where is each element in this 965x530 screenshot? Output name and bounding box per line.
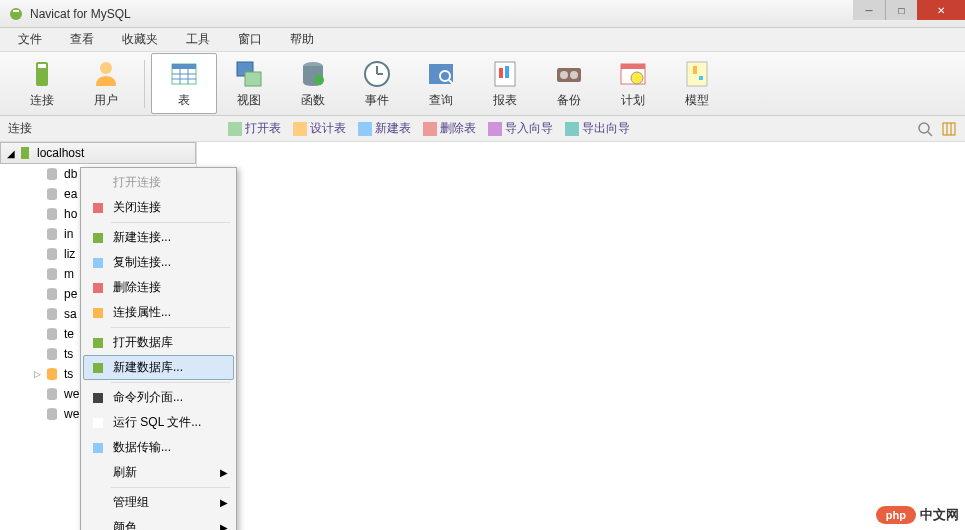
context-menu-item[interactable]: 打开数据库 [83,330,234,355]
props-icon [89,305,107,321]
main-toolbar: 连接 用户 表 视图 函数 事件 查询 报表 备份 计划 模型 [0,52,965,116]
new-conn-icon [89,230,107,246]
del-conn-icon [89,280,107,296]
tool-schedule[interactable]: 计划 [601,54,665,113]
blank-icon [89,495,107,511]
svg-point-29 [631,72,643,84]
action-new-table[interactable]: 新建表 [358,120,411,137]
window-title: Navicat for MySQL [30,7,957,21]
close-button[interactable]: ✕ [917,0,965,20]
svg-point-4 [100,62,112,74]
svg-line-40 [928,132,932,136]
context-menu-item[interactable]: 数据传输... [83,435,234,460]
tool-backup[interactable]: 备份 [537,54,601,113]
tool-connection[interactable]: 连接 [10,54,74,113]
menu-separator [111,382,230,383]
context-menu-item[interactable]: 复制连接... [83,250,234,275]
database-icon [44,326,60,342]
close-conn-icon [89,200,107,216]
svg-rect-64 [93,363,103,373]
user-icon [90,58,122,90]
tool-report[interactable]: 报表 [473,54,537,113]
svg-rect-32 [699,76,703,80]
tool-user[interactable]: 用户 [74,54,138,113]
context-menu-item[interactable]: 运行 SQL 文件... [83,410,234,435]
search-icon[interactable] [917,121,933,137]
context-menu-item[interactable]: 颜色▶ [83,515,234,530]
transfer-icon [89,440,107,456]
database-icon [44,166,60,182]
svg-rect-33 [228,122,242,136]
svg-rect-61 [93,283,103,293]
action-delete-table[interactable]: 删除表 [423,120,476,137]
open-db-icon [89,335,107,351]
blank-icon [89,465,107,481]
svg-point-14 [314,75,324,85]
submenu-arrow-icon: ▶ [220,497,228,508]
menu-tools[interactable]: 工具 [172,29,224,50]
svg-rect-1 [13,10,19,12]
tool-query[interactable]: 查询 [409,54,473,113]
tool-view[interactable]: 视图 [217,54,281,113]
database-icon [44,366,60,382]
svg-rect-60 [93,258,103,268]
action-design-table[interactable]: 设计表 [293,120,346,137]
connection-icon [26,58,58,90]
dup-conn-icon [89,255,107,271]
context-menu-item[interactable]: 关闭连接 [83,195,234,220]
svg-rect-59 [93,233,103,243]
event-icon [361,58,393,90]
tool-table[interactable]: 表 [151,53,217,114]
tool-event[interactable]: 事件 [345,54,409,113]
tool-function[interactable]: 函数 [281,54,345,113]
context-menu-item[interactable]: 刷新▶ [83,460,234,485]
context-menu-item[interactable]: 删除连接 [83,275,234,300]
subbar-right [917,121,957,137]
function-icon [297,58,329,90]
svg-point-39 [919,123,929,133]
context-menu-item[interactable]: 新建数据库... [83,355,234,380]
minimize-button[interactable]: ─ [853,0,885,20]
database-icon [44,186,60,202]
svg-rect-44 [21,147,29,159]
tree-connection[interactable]: ◢ localhost [0,142,196,164]
menu-favorites[interactable]: 收藏夹 [108,29,172,50]
menu-separator [111,487,230,488]
context-menu-item[interactable]: 命令列介面... [83,385,234,410]
action-open-table[interactable]: 打开表 [228,120,281,137]
grid-icon[interactable] [941,121,957,137]
tool-model[interactable]: 模型 [665,54,729,113]
subbar-actions: 打开表 设计表 新建表 删除表 导入向导 导出向导 [228,120,630,137]
maximize-button[interactable]: □ [885,0,917,20]
database-icon [44,266,60,282]
svg-point-0 [10,8,22,20]
blank-icon [89,175,107,191]
database-icon [44,386,60,402]
expand-icon[interactable]: ◢ [7,148,17,159]
run-sql-icon [89,415,107,431]
svg-rect-66 [93,418,103,428]
watermark-text: 中文网 [920,506,959,524]
menu-file[interactable]: 文件 [4,29,56,50]
connection-node-icon [17,145,33,161]
svg-rect-37 [488,122,502,136]
blank-icon [89,520,107,531]
svg-rect-31 [693,66,697,74]
svg-point-26 [570,71,578,79]
context-menu-item[interactable]: 新建连接... [83,225,234,250]
action-export[interactable]: 导出向导 [565,120,630,137]
database-icon [44,226,60,242]
menu-view[interactable]: 查看 [56,29,108,50]
action-import[interactable]: 导入向导 [488,120,553,137]
svg-rect-38 [565,122,579,136]
menu-help[interactable]: 帮助 [276,29,328,50]
cli-icon [89,390,107,406]
database-icon [44,246,60,262]
context-menu-item[interactable]: 管理组▶ [83,490,234,515]
menu-window[interactable]: 窗口 [224,29,276,50]
toolbar-separator [144,60,145,108]
context-menu: 打开连接关闭连接新建连接...复制连接...删除连接连接属性...打开数据库新建… [80,167,237,530]
table-icon [168,58,200,90]
watermark: php 中文网 [876,506,959,524]
context-menu-item[interactable]: 连接属性... [83,300,234,325]
